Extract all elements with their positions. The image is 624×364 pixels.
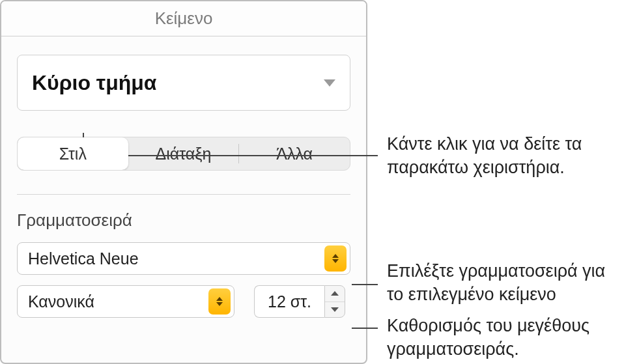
font-size-stepper [324, 285, 345, 318]
tab-segmented-control: Στιλ Διάταξη Άλλα [17, 137, 350, 171]
callout-line [352, 284, 378, 285]
font-size-value: 12 στ. [268, 292, 311, 311]
tab-more-label: Άλλα [276, 145, 313, 163]
caret-up-icon [332, 254, 339, 258]
popup-button-icon [208, 288, 231, 315]
font-style-value: Κανονικά [28, 292, 208, 311]
tab-style[interactable]: Στιλ [18, 137, 128, 170]
font-style-select[interactable]: Κανονικά [17, 285, 234, 318]
section-divider [17, 194, 350, 195]
callout-font-family: Επιλέξτε γραμματοσειρά για το επιλεγμένο… [387, 259, 624, 307]
text-inspector-panel: Κείμενο Κύριο τμήμα Στιλ Διάταξη Άλλα Γρ… [0, 0, 367, 364]
caret-down-icon [332, 259, 339, 263]
font-size-input[interactable]: 12 στ. [254, 285, 324, 318]
font-size-stepper-up[interactable] [325, 286, 345, 302]
caret-up-icon [216, 297, 223, 301]
popup-button-icon [324, 245, 347, 272]
panel-body: Κύριο τμήμα Στιλ Διάταξη Άλλα Γραμματοσε… [1, 55, 366, 318]
font-style-size-row: Κανονικά 12 στ. [17, 285, 350, 318]
font-family-value: Helvetica Neue [28, 249, 324, 268]
chevron-down-icon [324, 79, 335, 87]
caret-down-icon [216, 302, 223, 306]
tab-style-label: Στιλ [59, 145, 87, 163]
callout-font-size: Καθορισμός του μεγέθους γραμματοσειράς. [387, 314, 624, 361]
font-section-label: Γραμματοσειρά [17, 210, 350, 231]
font-size-stepper-down[interactable] [325, 302, 345, 318]
paragraph-style-label: Κύριο τμήμα [32, 71, 157, 95]
arrow-down-icon [331, 307, 339, 312]
callout-tabs: Κάντε κλικ για να δείτε τα παρακάτω χειρ… [387, 132, 624, 180]
paragraph-style-selector[interactable]: Κύριο τμήμα [17, 55, 350, 111]
tab-more[interactable]: Άλλα [239, 137, 350, 170]
tab-layout-label: Διάταξη [156, 145, 212, 163]
callout-line [352, 328, 378, 329]
font-family-select[interactable]: Helvetica Neue [17, 242, 350, 275]
tab-layout[interactable]: Διάταξη [128, 137, 239, 170]
font-size-group: 12 στ. [254, 285, 345, 318]
panel-title: Κείμενο [1, 1, 366, 36]
arrow-up-icon [331, 291, 339, 296]
